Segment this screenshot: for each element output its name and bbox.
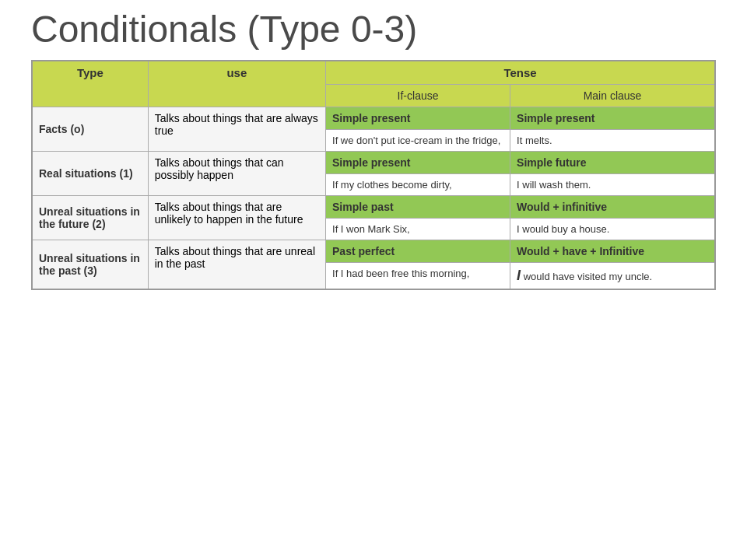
if-clause-header-2: Simple past <box>326 196 510 219</box>
type-cell-3: Unreal situations in the past (3) <box>32 240 148 290</box>
tense-header: Tense <box>326 61 715 85</box>
section-2-header-row: Unreal situations in the future (2) Talk… <box>32 196 715 219</box>
main-clause-header-0: Simple present <box>510 107 715 130</box>
main-clause-header-3: Would + have + Infinitive <box>510 240 715 263</box>
section-3-header-row: Unreal situations in the past (3) Talks … <box>32 240 715 263</box>
use-cell-3: Talks about things that are unreal in th… <box>148 240 325 290</box>
main-example-3-text: would have visited my uncle. <box>521 271 652 282</box>
page: Conditionals (Type 0-3) Type use Tense I… <box>0 0 747 298</box>
if-example-2: If I won Mark Six, <box>326 219 510 240</box>
type-cell-2: Unreal situations in the future (2) <box>32 196 148 240</box>
main-example-3: I would have visited my uncle. <box>510 263 715 290</box>
if-clause-header: If-clause <box>326 85 510 107</box>
main-clause-header: Main clause <box>510 85 715 107</box>
type-cell-1: Real situations (1) <box>32 152 148 196</box>
conditionals-table: Type use Tense If-clause Main clause Fac… <box>31 60 716 290</box>
use-cell-0: Talks about things that are always true <box>148 107 325 152</box>
if-example-0: If we don't put ice-cream in the fridge, <box>326 130 510 152</box>
use-cell-1: Talks about things that can possibly hap… <box>148 152 325 196</box>
col-type-header: Type <box>32 61 148 107</box>
if-example-1: If my clothes become dirty, <box>326 174 510 196</box>
type-cell-0: Facts (o) <box>32 107 148 152</box>
page-title: Conditionals (Type 0-3) <box>23 8 724 51</box>
main-example-2: I would buy a house. <box>510 219 715 240</box>
main-example-1: I will wash them. <box>510 174 715 196</box>
main-clause-header-2: Would + infinitive <box>510 196 715 219</box>
header-row-1: Type use Tense <box>32 61 715 85</box>
if-clause-header-3: Past perfect <box>326 240 510 263</box>
if-clause-header-1: Simple present <box>326 152 510 174</box>
if-example-3: If I had been free this morning, <box>326 263 510 290</box>
if-clause-header-0: Simple present <box>326 107 510 130</box>
main-example-0: It melts. <box>510 130 715 152</box>
col-use-header: use <box>148 61 325 107</box>
table-container: Type use Tense If-clause Main clause Fac… <box>31 60 716 290</box>
section-0-header-row: Facts (o) Talks about things that are al… <box>32 107 715 130</box>
use-cell-2: Talks about things that are unlikely to … <box>148 196 325 240</box>
main-clause-header-1: Simple future <box>510 152 715 174</box>
section-1-header-row: Real situations (1) Talks about things t… <box>32 152 715 174</box>
